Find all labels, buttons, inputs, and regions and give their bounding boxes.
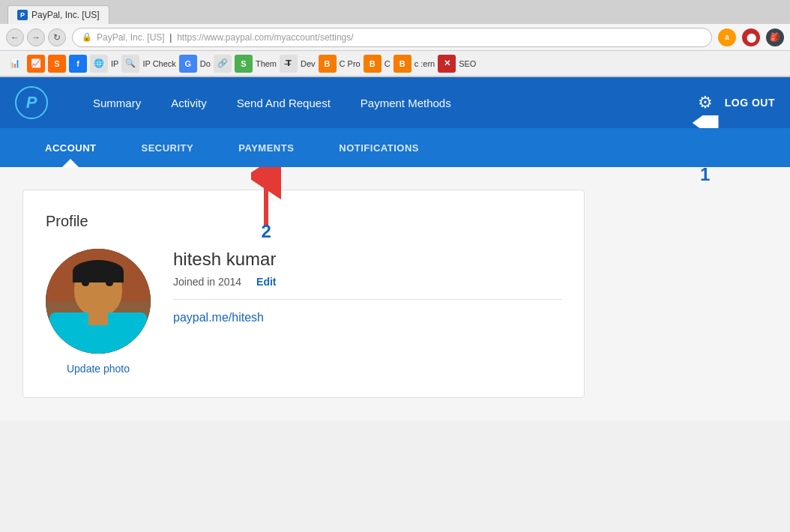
ext-fb[interactable]: f	[69, 55, 87, 73]
ext-google[interactable]: G	[179, 55, 197, 73]
ext-magnify[interactable]: 🔍	[121, 55, 139, 73]
subnav-security[interactable]: SECURITY	[119, 128, 217, 167]
nav-summary[interactable]: Summary	[78, 77, 156, 128]
subnav-account[interactable]: ACCOUNT	[22, 128, 119, 167]
avatar-section: Update photo	[46, 249, 151, 375]
ext-cern-label[interactable]: c :ern	[414, 59, 435, 68]
paypal-me-link[interactable]: paypal.me/hitesh	[173, 311, 264, 324]
annotation-2-number: 2	[262, 221, 271, 242]
ext-globe[interactable]: 🌐	[90, 55, 108, 73]
nav-buttons: ← → ↻	[6, 28, 66, 46]
ext-b2[interactable]: B	[364, 55, 382, 73]
back-button[interactable]: ←	[6, 28, 24, 46]
address-bar-row: ← → ↻ 🔒 PayPal, Inc. [US] | https://www.…	[0, 24, 790, 51]
tab-favicon: P	[17, 10, 28, 20]
profile-content: Update photo hitesh kumar Joined in 2014…	[46, 249, 561, 375]
ext-s2[interactable]: S	[235, 55, 253, 73]
paypal-logo: P	[15, 86, 48, 119]
ext-b1[interactable]: B	[319, 55, 337, 73]
edit-link[interactable]: Edit	[256, 276, 276, 288]
ext-dev-label[interactable]: Dev	[301, 59, 316, 68]
ext-s[interactable]: S	[48, 55, 66, 73]
ext-seo-label[interactable]: SEO	[459, 59, 476, 68]
nav-right: ⚙ 1 LOG OUT	[698, 93, 775, 112]
ext-c-label[interactable]: C	[385, 59, 391, 68]
ext-chain[interactable]: 🔗	[214, 55, 232, 73]
red-arrow-annotation	[251, 167, 281, 227]
main-content: Profile	[0, 167, 790, 420]
tab-title: PayPal, Inc. [US]	[31, 10, 100, 20]
ext-chart[interactable]: 📊	[6, 55, 24, 73]
forward-button[interactable]: →	[27, 28, 45, 46]
extensions-bar: 📊 📈 S f 🌐 IP 🔍 IP Check G Do 🔗 S Them T̶…	[0, 51, 790, 76]
ssl-lock-icon: 🔒	[82, 32, 92, 42]
paypal-nav: P Summary Activity Send And Request Paym…	[0, 77, 790, 128]
ext-cpro-label[interactable]: C Pro	[340, 59, 361, 68]
settings-gear-icon[interactable]: ⚙	[698, 93, 713, 112]
profile-card: Profile	[22, 190, 585, 398]
user-name: hitesh kumar	[173, 249, 561, 270]
ext-bag[interactable]: 🎒	[766, 28, 784, 46]
ext-red[interactable]: ⬤	[742, 28, 760, 46]
annotation-1-number: 1	[700, 164, 710, 185]
active-tab[interactable]: P PayPal, Inc. [US]	[7, 5, 109, 24]
update-photo-link[interactable]: Update photo	[67, 363, 130, 375]
avatar	[46, 249, 151, 354]
amazon-icon[interactable]: a	[718, 28, 736, 46]
ext-orange[interactable]: 📈	[27, 55, 45, 73]
ext-b3[interactable]: B	[394, 55, 411, 73]
profile-info: hitesh kumar Joined in 2014 Edit paypal.…	[173, 249, 561, 324]
profile-title: Profile	[46, 213, 561, 230]
settings-subnav: ACCOUNT SECURITY PAYMENTS 2 NOTIFICATION…	[0, 128, 790, 167]
refresh-button[interactable]: ↻	[48, 28, 66, 46]
nav-activity[interactable]: Activity	[156, 77, 222, 128]
address-text: PayPal, Inc. [US] | https://www.paypal.c…	[97, 32, 354, 43]
user-details: Joined in 2014 Edit	[173, 276, 561, 288]
subnav-notifications[interactable]: NOTIFICATIONS	[316, 128, 441, 167]
ext-ip-label[interactable]: IP	[111, 59, 118, 68]
nav-items: Summary Activity Send And Request Paymen…	[78, 77, 675, 128]
ext-x[interactable]: ✕	[438, 55, 456, 73]
nav-send-request[interactable]: Send And Request	[222, 77, 346, 128]
nav-payment-methods[interactable]: Payment Methods	[346, 77, 466, 128]
subnav-payments[interactable]: PAYMENTS	[216, 128, 316, 167]
ext-do-label[interactable]: Do	[200, 59, 211, 68]
joined-text: Joined in 2014	[173, 276, 241, 288]
logout-button[interactable]: LOG OUT	[725, 97, 775, 109]
ext-ipcheck-label[interactable]: IP Check	[142, 59, 175, 68]
tab-bar: P PayPal, Inc. [US]	[0, 0, 790, 24]
ext-t[interactable]: T̶	[280, 55, 298, 73]
address-bar[interactable]: 🔒 PayPal, Inc. [US] | https://www.paypal…	[72, 28, 712, 47]
divider	[173, 299, 561, 300]
browser-chrome: P PayPal, Inc. [US] ← → ↻ 🔒 PayPal, Inc.…	[0, 0, 790, 77]
ext-them-label[interactable]: Them	[256, 59, 277, 68]
